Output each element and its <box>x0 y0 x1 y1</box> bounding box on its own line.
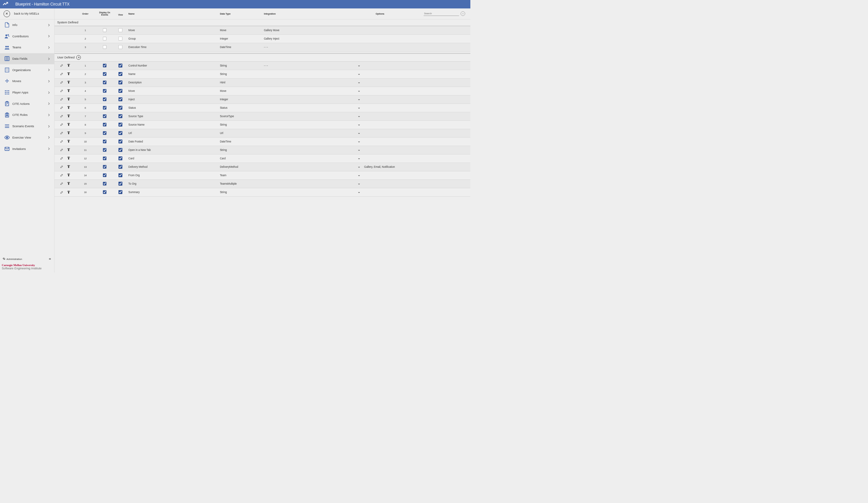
delete-button[interactable] <box>67 139 71 144</box>
sidebar-item-teams[interactable]: Teams <box>0 42 54 53</box>
display-view-checkbox[interactable] <box>118 97 122 101</box>
options-dropdown[interactable] <box>358 99 360 100</box>
delete-button[interactable] <box>67 156 71 160</box>
display-events-checkbox[interactable] <box>103 148 107 152</box>
display-events-checkbox[interactable] <box>103 156 107 160</box>
sidebar-item-data-fields[interactable]: Data Fields <box>0 53 54 65</box>
display-events-checkbox[interactable] <box>103 81 107 84</box>
options-dropdown[interactable] <box>358 65 360 66</box>
display-view-checkbox[interactable] <box>118 114 122 118</box>
options-dropdown[interactable] <box>358 175 360 176</box>
delete-button[interactable] <box>67 148 71 152</box>
edit-button[interactable] <box>60 165 64 169</box>
display-view-checkbox[interactable] <box>118 106 122 110</box>
edit-button[interactable] <box>60 72 64 76</box>
display-events-checkbox[interactable] <box>103 37 107 41</box>
display-events-checkbox[interactable] <box>103 173 107 177</box>
display-events-checkbox[interactable] <box>103 190 107 194</box>
display-view-checkbox[interactable] <box>118 28 122 32</box>
display-view-checkbox[interactable] <box>118 190 122 194</box>
display-view-checkbox[interactable] <box>118 81 122 84</box>
delete-button[interactable] <box>67 89 71 93</box>
search-input[interactable] <box>424 11 459 16</box>
sidebar-item-scenario-events[interactable]: Scenario Events <box>0 121 54 132</box>
header-order[interactable]: Order <box>74 13 97 15</box>
display-events-checkbox[interactable] <box>103 64 107 67</box>
edit-button[interactable] <box>60 106 64 110</box>
edit-button[interactable] <box>60 131 64 135</box>
display-view-checkbox[interactable] <box>118 165 122 169</box>
options-dropdown[interactable] <box>358 91 360 92</box>
display-events-checkbox[interactable] <box>103 139 107 144</box>
delete-button[interactable] <box>67 72 71 76</box>
options-dropdown[interactable] <box>358 184 360 185</box>
options-dropdown[interactable] <box>358 142 360 143</box>
header-integration[interactable]: Integration <box>264 13 353 15</box>
display-events-checkbox[interactable] <box>103 165 107 169</box>
edit-button[interactable] <box>60 89 64 93</box>
display-view-checkbox[interactable] <box>118 139 122 144</box>
options-dropdown[interactable] <box>358 192 360 193</box>
delete-button[interactable] <box>67 173 71 177</box>
edit-button[interactable] <box>60 156 64 160</box>
chevron-left-double-icon[interactable] <box>48 257 52 261</box>
delete-button[interactable] <box>67 64 71 67</box>
delete-button[interactable] <box>67 123 71 127</box>
display-events-checkbox[interactable] <box>103 28 107 32</box>
sidebar-item-exercise-view[interactable]: Exercise View <box>0 132 54 143</box>
edit-button[interactable] <box>60 97 64 101</box>
display-events-checkbox[interactable] <box>103 45 107 49</box>
edit-button[interactable] <box>60 123 64 127</box>
delete-button[interactable] <box>67 97 71 101</box>
header-data-type[interactable]: Data Type <box>220 13 264 15</box>
display-view-checkbox[interactable] <box>118 148 122 152</box>
delete-button[interactable] <box>67 131 71 135</box>
edit-button[interactable] <box>60 173 64 177</box>
sidebar-item-organizations[interactable]: Organizations <box>0 64 54 76</box>
display-events-checkbox[interactable] <box>103 123 107 127</box>
options-dropdown[interactable] <box>358 150 360 151</box>
display-view-checkbox[interactable] <box>118 72 122 76</box>
options-dropdown[interactable] <box>358 82 360 83</box>
display-events-checkbox[interactable] <box>103 131 107 135</box>
edit-button[interactable] <box>60 182 64 186</box>
display-events-checkbox[interactable] <box>103 97 107 101</box>
sidebar-item-moves[interactable]: Moves <box>0 76 54 87</box>
header-options[interactable]: Options <box>353 13 406 15</box>
display-view-checkbox[interactable] <box>118 173 122 177</box>
display-events-checkbox[interactable] <box>103 72 107 76</box>
edit-button[interactable] <box>60 81 64 84</box>
options-dropdown[interactable] <box>358 158 360 159</box>
delete-button[interactable] <box>67 190 71 195</box>
options-dropdown[interactable] <box>358 74 360 75</box>
display-events-checkbox[interactable] <box>103 182 107 186</box>
administration-link[interactable]: Administration <box>2 256 52 262</box>
options-dropdown[interactable] <box>358 125 360 126</box>
delete-button[interactable] <box>67 114 71 118</box>
header-display-view[interactable]: View <box>113 11 128 16</box>
edit-button[interactable] <box>60 190 64 195</box>
edit-button[interactable] <box>60 64 64 67</box>
delete-button[interactable] <box>67 165 71 169</box>
delete-button[interactable] <box>67 81 71 84</box>
sidebar-item-info[interactable]: Info <box>0 20 54 31</box>
options-dropdown[interactable] <box>358 116 360 117</box>
sidebar-item-player-apps[interactable]: Player Apps <box>0 87 54 98</box>
options-dropdown[interactable] <box>358 167 360 168</box>
display-view-checkbox[interactable] <box>118 45 122 49</box>
display-view-checkbox[interactable] <box>118 182 122 186</box>
clear-search-button[interactable] <box>461 11 465 16</box>
add-user-field-button[interactable] <box>76 55 81 60</box>
display-view-checkbox[interactable] <box>118 123 122 127</box>
edit-button[interactable] <box>60 139 64 144</box>
display-view-checkbox[interactable] <box>118 37 122 41</box>
sidebar-item-cite-roles[interactable]: CITE Roles <box>0 109 54 121</box>
display-events-checkbox[interactable] <box>103 106 107 110</box>
options-dropdown[interactable] <box>358 108 360 109</box>
options-dropdown[interactable] <box>358 133 360 134</box>
display-events-checkbox[interactable] <box>103 89 107 93</box>
sidebar-item-contributors[interactable]: Contributors <box>0 31 54 42</box>
sidebar-item-invitations[interactable]: Invitations <box>0 143 54 155</box>
display-view-checkbox[interactable] <box>118 131 122 135</box>
display-view-checkbox[interactable] <box>118 89 122 93</box>
